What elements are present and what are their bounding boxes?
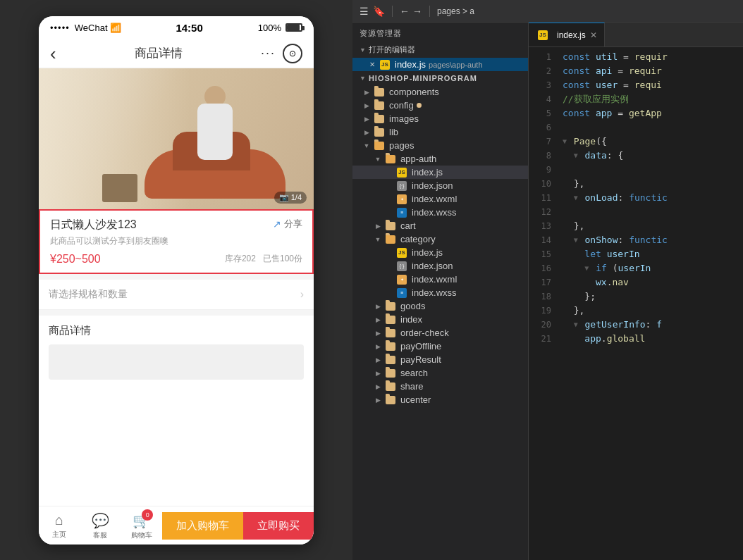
- share-label: 分享: [284, 218, 302, 230]
- tree-item-index-json[interactable]: {·} index.json: [352, 179, 528, 192]
- folder-icon: [383, 342, 398, 351]
- service-icon: 💬: [92, 512, 109, 529]
- open-editors-label: 打开的编辑器: [369, 44, 415, 55]
- code-line-3: const user = requi: [563, 78, 743, 92]
- tree-item-cart[interactable]: ▶ cart: [352, 219, 528, 232]
- project-arrow: ▼: [360, 75, 366, 82]
- battery-fill: [287, 25, 300, 30]
- folder-label: index: [400, 314, 422, 325]
- tree-item-search[interactable]: ▶ search: [352, 366, 528, 380]
- tree-item-ucenter[interactable]: ▶ ucenter: [352, 393, 528, 406]
- tree-item-index-wxml[interactable]: ✦ index.wxml: [352, 192, 528, 206]
- service-label: 客服: [93, 530, 107, 540]
- folder-icon: [383, 302, 398, 311]
- tree-item-share[interactable]: ▶ share: [352, 380, 528, 393]
- image-counter: 📷 1/4: [274, 192, 307, 204]
- tab-label: index.js: [557, 30, 586, 40]
- open-editors-section[interactable]: ▼ 打开的编辑器: [352, 42, 528, 58]
- code-lines: const util = requir const api = requir c…: [557, 47, 743, 560]
- open-file-label: index.js: [395, 59, 426, 70]
- tree-item-payresult[interactable]: ▶ payResult: [352, 353, 528, 366]
- folder-icon: [383, 396, 398, 404]
- product-stock: 库存202 已售100份: [225, 253, 302, 265]
- folder-label: category: [400, 234, 436, 244]
- tree-item-lib[interactable]: ▶ lib: [352, 125, 528, 139]
- folder-label: config: [389, 100, 414, 111]
- close-file-button[interactable]: ✕: [367, 61, 378, 68]
- tree-item-cat-js[interactable]: JS index.js: [352, 246, 528, 259]
- product-description: 此商品可以测试分享到朋友圈噢: [50, 235, 302, 247]
- folder-label: search: [400, 368, 428, 378]
- tree-item-images[interactable]: ▶ images: [352, 112, 528, 125]
- folder-icon: [372, 88, 386, 97]
- back-nav-arrow[interactable]: ←: [400, 6, 410, 17]
- tree-item-components[interactable]: ▶ components: [352, 85, 528, 99]
- folder-label: lib: [389, 127, 398, 137]
- carrier-label: WeChat: [75, 23, 108, 33]
- folder-icon: [383, 356, 398, 364]
- code-editor: JS index.js ✕ 12345 678910 1112131415 16…: [529, 23, 743, 560]
- add-to-cart-button[interactable]: 加入购物车: [162, 512, 243, 540]
- wxss-icon: ≡: [395, 208, 409, 218]
- json-icon: {·}: [395, 181, 409, 191]
- folder-arrow: ▶: [361, 116, 372, 123]
- table: [102, 174, 137, 202]
- tab-index-js[interactable]: JS index.js ✕: [529, 23, 605, 46]
- home-icon: ⌂: [55, 512, 63, 528]
- service-nav-item[interactable]: 💬 客服: [80, 512, 121, 540]
- product-name-row: 日式懒人沙发123 ↗ 分享: [50, 218, 302, 232]
- breadcrumb: pages > a: [437, 6, 474, 16]
- open-editors-arrow: ▼: [360, 46, 366, 54]
- tree-item-index-wxss[interactable]: ≡ index.wxss: [352, 206, 528, 219]
- folder-label: app-auth: [400, 154, 436, 164]
- tree-item-app-auth[interactable]: ▼ app-auth: [352, 152, 528, 166]
- folder-label: images: [389, 113, 419, 124]
- open-file-index-js[interactable]: ✕ JS index.js pages\app-auth: [352, 58, 528, 71]
- back-button[interactable]: ‹: [50, 44, 56, 63]
- code-line-15: let userIn: [563, 247, 743, 261]
- js-icon: JS: [395, 248, 409, 258]
- list-icon[interactable]: ☰: [360, 6, 369, 17]
- spec-arrow-icon: ›: [300, 288, 304, 301]
- target-button[interactable]: ⊙: [283, 44, 302, 63]
- code-line-13: },: [563, 219, 743, 233]
- tree-item-cat-json[interactable]: {·} index.json: [352, 259, 528, 273]
- folder-arrow: ▶: [372, 303, 383, 310]
- folder-icon: [372, 101, 386, 110]
- tree-item-index-js[interactable]: JS index.js: [352, 166, 528, 179]
- code-line-12: [563, 205, 743, 219]
- tree-item-goods[interactable]: ▶ goods: [352, 299, 528, 313]
- code-line-21: app.globall: [563, 332, 743, 346]
- nav-actions: ··· ⊙: [261, 44, 302, 63]
- tree-item-order-check[interactable]: ▶ order-check: [352, 326, 528, 340]
- detail-image: [49, 344, 304, 380]
- buy-now-button[interactable]: 立即购买: [243, 512, 314, 540]
- code-line-20: ▼ getUserInfo: f: [563, 318, 743, 332]
- more-button[interactable]: ···: [261, 46, 276, 61]
- file-label: index.js: [412, 247, 443, 258]
- code-line-19: },: [563, 304, 743, 318]
- forward-nav-arrow[interactable]: →: [412, 6, 422, 17]
- cart-nav-item[interactable]: 🛒 0 购物车: [121, 512, 162, 540]
- bookmark-icon[interactable]: 🔖: [373, 6, 385, 17]
- product-info: 日式懒人沙发123 ↗ 分享 此商品可以测试分享到朋友圈噢 ¥250~500 库…: [39, 209, 314, 274]
- phone-frame: ••••• WeChat 📶 14:50 100% ‹ 商品详情 ··· ⊙: [39, 16, 314, 545]
- tree-item-config[interactable]: ▶ config: [352, 99, 528, 112]
- tree-item-payoffline[interactable]: ▶ payOffline: [352, 340, 528, 353]
- vscode-body: 资源管理器 ▼ 打开的编辑器 ✕ JS index.js pages\app-a…: [352, 23, 743, 560]
- tree-item-category[interactable]: ▼ category: [352, 232, 528, 246]
- image-background: [39, 68, 314, 209]
- tree-item-cat-wxss[interactable]: ≡ index.wxss: [352, 286, 528, 299]
- tree-item-cat-wxml[interactable]: ✦ index.wxml: [352, 273, 528, 286]
- tab-close-button[interactable]: ✕: [590, 30, 597, 40]
- home-nav-item[interactable]: ⌂ 主页: [39, 512, 80, 540]
- file-label: index.wxml: [412, 274, 457, 285]
- tree-item-pages[interactable]: ▼ pages: [352, 139, 528, 152]
- spec-selector[interactable]: 请选择规格和数量 ›: [39, 274, 314, 310]
- vscode-toolbar: ☰ 🔖 ← → pages > a: [352, 0, 743, 23]
- share-button[interactable]: ↗ 分享: [273, 218, 302, 230]
- project-root[interactable]: ▼ HIOSHOP-MINIPROGRAM: [352, 71, 528, 85]
- folder-label: share: [400, 381, 424, 392]
- tree-item-index-folder[interactable]: ▶ index: [352, 313, 528, 326]
- folder-arrow-expanded: ▼: [372, 156, 383, 163]
